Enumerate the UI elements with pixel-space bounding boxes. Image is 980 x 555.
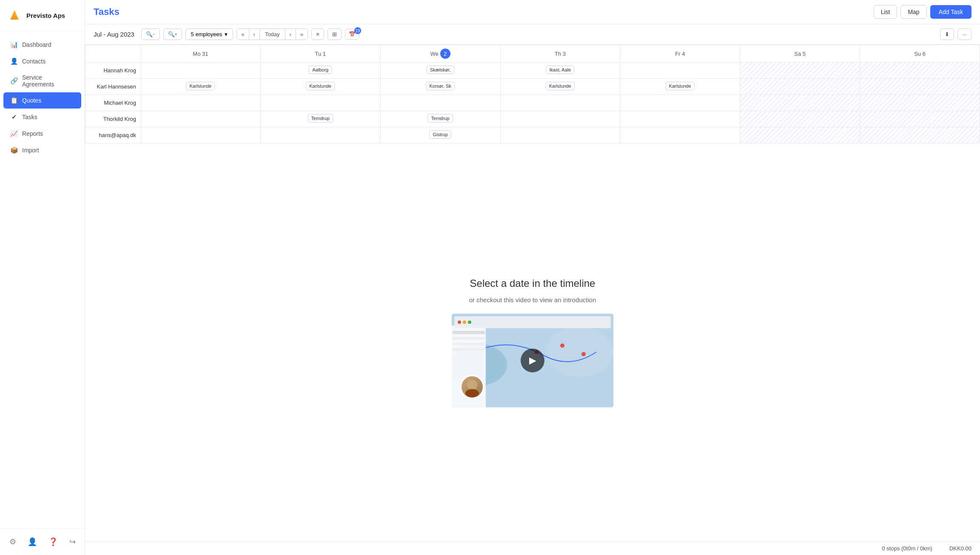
calendar-cell[interactable] xyxy=(500,127,620,143)
skip-forward-button[interactable]: » xyxy=(296,29,308,40)
calendar-cell[interactable] xyxy=(620,127,740,143)
settings-icon[interactable]: ⚙ xyxy=(7,535,19,549)
sidebar: Previsto Aps 📊 Dashboard 👤 Contacts 🔗 Se… xyxy=(0,0,85,555)
intro-video-thumbnail[interactable]: ▶ xyxy=(452,314,613,407)
link-icon: 🔗 xyxy=(10,77,18,85)
reports-icon: 📈 xyxy=(10,130,18,137)
skip-back-button[interactable]: « xyxy=(237,29,249,40)
calendar-cell[interactable] xyxy=(260,95,380,111)
sidebar-item-dashboard[interactable]: 📊 Dashboard xyxy=(3,37,81,53)
download-button[interactable]: ⬇ xyxy=(940,29,954,40)
calendar-cell[interactable] xyxy=(260,127,380,143)
table-row: Michael Krog xyxy=(85,95,980,111)
forward-button[interactable]: › xyxy=(285,29,296,40)
calendar-cell[interactable] xyxy=(620,95,740,111)
calendar-cell[interactable]: Korsør, Sk xyxy=(380,79,500,95)
sidebar-item-contacts[interactable]: 👤 Contacts xyxy=(3,53,81,69)
zoom-out-icon: 🔍 xyxy=(146,31,153,37)
calendar-cell[interactable] xyxy=(860,63,980,79)
calendar-cell[interactable] xyxy=(620,111,740,127)
task-chip[interactable]: Karlslunde xyxy=(186,82,215,90)
employees-filter-button[interactable]: 5 employees ▾ xyxy=(185,29,234,40)
calendar-toolbar: Jul - Aug 2023 🔍 − 🔍 + 5 employees ▾ « ‹… xyxy=(85,24,980,45)
calendar-cell[interactable] xyxy=(860,111,980,127)
task-chip[interactable]: Skælskør, xyxy=(427,66,454,74)
list-view-toggle-button[interactable]: ≡ xyxy=(311,29,324,40)
add-task-button[interactable]: Add Task xyxy=(930,5,971,19)
list-view-button[interactable]: List xyxy=(874,5,897,19)
task-chip[interactable]: Karlslunde xyxy=(666,82,695,90)
svg-rect-6 xyxy=(453,331,485,334)
video-ui-bar xyxy=(454,316,611,328)
svg-point-12 xyxy=(581,352,586,356)
calendar-cell[interactable] xyxy=(860,79,980,95)
calendar-cell[interactable]: Skælskør, xyxy=(380,63,500,79)
calendar-cell[interactable] xyxy=(141,63,261,79)
task-chip[interactable]: Korsør, Sk xyxy=(426,82,454,90)
help-icon[interactable]: ❓ xyxy=(46,535,60,549)
sidebar-item-quotes[interactable]: 📋 Quotes xyxy=(3,92,81,109)
grid-view-toggle-button[interactable]: ⊞ xyxy=(328,29,342,40)
zoom-in-button[interactable]: 🔍 + xyxy=(163,29,182,40)
more-options-button[interactable]: ··· xyxy=(957,29,971,40)
today-button[interactable]: Today xyxy=(260,29,285,40)
calendar-badge-button[interactable]: 📅 19 xyxy=(345,29,359,40)
empty-title: Select a date in the timeline xyxy=(470,278,595,289)
col-header-we: We 2 xyxy=(380,45,500,63)
video-red-dot xyxy=(458,320,461,324)
calendar-cell[interactable]: Karlslunde xyxy=(500,79,620,95)
grid-icon: ⊞ xyxy=(332,31,337,37)
dashboard-icon: 📊 xyxy=(10,41,18,49)
calendar-cell[interactable] xyxy=(740,79,860,95)
task-chip[interactable]: Karlslunde xyxy=(306,82,335,90)
user-icon[interactable]: 👤 xyxy=(25,535,40,549)
task-chip[interactable]: Aalborg xyxy=(309,66,332,74)
sidebar-item-reports[interactable]: 📈 Reports xyxy=(3,126,81,142)
calendar-cell[interactable] xyxy=(620,63,740,79)
calendar-cell[interactable]: Terndrup xyxy=(260,111,380,127)
calendar-cell[interactable] xyxy=(141,127,261,143)
col-header-su: Su 6 xyxy=(860,45,980,63)
task-chip[interactable]: Terndrup xyxy=(308,114,333,123)
calendar-cell[interactable] xyxy=(380,95,500,111)
calendar-table: Mo 31 Tu 1 We 2 Th 3 Fr 4 Sa 5 Su 6 Hann… xyxy=(85,45,980,143)
task-chip[interactable]: Ikast, Aale xyxy=(546,66,575,74)
svg-point-13 xyxy=(467,380,477,390)
logout-icon[interactable]: ↪ xyxy=(67,535,78,549)
calendar-cell[interactable]: Karlslunde xyxy=(260,79,380,95)
table-row: Thorkild KrogTerndrupTerndrup xyxy=(85,111,980,127)
sidebar-item-service-agreements[interactable]: 🔗 Service Agreements xyxy=(3,70,81,92)
calendar-cell[interactable] xyxy=(141,111,261,127)
calendar-cell[interactable] xyxy=(740,111,860,127)
calendar-cell[interactable] xyxy=(860,127,980,143)
calendar-cell[interactable] xyxy=(500,95,620,111)
calendar-cell[interactable] xyxy=(141,95,261,111)
task-chip[interactable]: Gistrup xyxy=(429,130,451,139)
download-icon: ⬇ xyxy=(945,31,949,37)
calendar-cell[interactable]: Aalborg xyxy=(260,63,380,79)
task-chip[interactable]: Terndrup xyxy=(427,114,453,123)
calendar-cell[interactable]: Karlslunde xyxy=(141,79,261,95)
tasks-icon: ✔ xyxy=(10,113,18,121)
calendar-cell[interactable]: Karlslunde xyxy=(620,79,740,95)
sidebar-item-label: Contacts xyxy=(22,58,46,65)
logo-icon xyxy=(7,8,22,23)
col-header-sa: Sa 5 xyxy=(740,45,860,63)
map-view-button[interactable]: Map xyxy=(900,5,926,19)
sidebar-item-tasks[interactable]: ✔ Tasks xyxy=(3,109,81,125)
back-button[interactable]: ‹ xyxy=(249,29,260,40)
calendar-cell[interactable] xyxy=(740,95,860,111)
zoom-out-button[interactable]: 🔍 − xyxy=(141,29,160,40)
calendar-cell[interactable]: Gistrup xyxy=(380,127,500,143)
calendar-cell[interactable] xyxy=(860,95,980,111)
task-chip[interactable]: Karlslunde xyxy=(546,82,575,90)
calendar-cell[interactable] xyxy=(500,111,620,127)
header-actions: List Map Add Task xyxy=(874,5,971,19)
calendar-cell[interactable]: Ikast, Aale xyxy=(500,63,620,79)
video-play-button[interactable]: ▶ xyxy=(521,349,544,372)
calendar-cell[interactable] xyxy=(740,63,860,79)
calendar-cell[interactable] xyxy=(740,127,860,143)
calendar-cell[interactable]: Terndrup xyxy=(380,111,500,127)
cost-info: DKK0.00 xyxy=(949,545,971,552)
sidebar-item-import[interactable]: 📦 Import xyxy=(3,142,81,158)
